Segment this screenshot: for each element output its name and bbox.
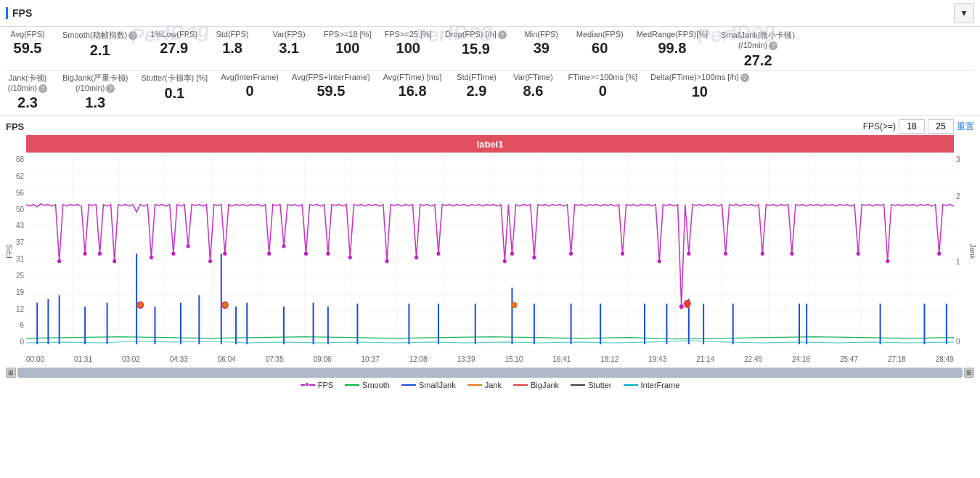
- stat-label: Jank(卡顿)(/10min)?: [8, 73, 47, 94]
- help-icon[interactable]: ?: [740, 73, 749, 82]
- stat-label: Avg(FPS): [10, 30, 44, 39]
- fps-input-25[interactable]: [928, 119, 954, 134]
- stat-value: 2.3: [17, 94, 38, 111]
- svg-point-84: [348, 256, 352, 259]
- stat-value: 59.5: [317, 83, 345, 100]
- fps-label: FPS(>=): [863, 121, 896, 131]
- scrollbar-track[interactable]: [17, 368, 963, 378]
- legend-bigjank: BigJank: [513, 381, 559, 389]
- svg-point-87: [436, 252, 440, 256]
- scroll-left-icon: ⊞: [8, 369, 14, 376]
- svg-point-86: [415, 256, 418, 259]
- stat-avg-fps-interframe: Avg(FPS+InterFrame) 59.5: [292, 73, 370, 100]
- stat-label: Median(FPS): [576, 30, 624, 39]
- legend-smooth: Smooth: [345, 381, 390, 389]
- stat-value: 100: [335, 40, 359, 57]
- stat-value: 10: [692, 84, 708, 100]
- stat-value: 99.8: [658, 40, 686, 57]
- legend-stutter: Stutter: [571, 381, 611, 389]
- label1-text: label1: [477, 139, 504, 150]
- legend-smalljank-line: [401, 384, 416, 386]
- legend-interframe-line: [624, 384, 638, 386]
- svg-point-76: [171, 252, 175, 256]
- svg-point-101: [937, 252, 941, 256]
- stat-label: SmallJank(微小卡顿)(/10min)?: [721, 30, 795, 51]
- stat-label: FPS>=18 [%]: [324, 30, 371, 39]
- stat-avg-fps: Avg(FPS) 59.5: [6, 30, 49, 57]
- stat-value: 3.1: [279, 40, 299, 57]
- svg-point-66: [511, 302, 517, 308]
- x-axis: 00:00 01:31 03:02 04:33 06:04 07:35 09:0…: [26, 355, 954, 363]
- legend-fps: FPS: [301, 381, 333, 389]
- stat-ftime100: FTime>=100ms [%] 0: [568, 73, 637, 100]
- svg-point-82: [304, 252, 308, 256]
- stat-label: Var(FPS): [273, 30, 306, 39]
- svg-point-70: [684, 300, 691, 307]
- stat-value: 16.8: [399, 83, 427, 100]
- svg-point-80: [267, 252, 271, 256]
- stat-label: 1%Low(FPS): [150, 30, 197, 39]
- svg-point-73: [98, 252, 102, 256]
- svg-point-91: [569, 252, 573, 256]
- stat-value: 100: [396, 40, 420, 57]
- legend-fps-label: FPS: [318, 381, 333, 389]
- stat-label: Stutter(卡顿率) [%]: [141, 73, 208, 84]
- stat-label: FTime>=100ms [%]: [568, 73, 637, 81]
- stat-median-fps: Median(FPS) 60: [576, 30, 624, 57]
- stat-value: 0: [246, 83, 254, 100]
- svg-point-95: [687, 252, 690, 256]
- stat-jank: Jank(卡顿)(/10min)? 2.3: [6, 73, 49, 112]
- stat-value: 1.3: [85, 94, 105, 111]
- stat-var-fps: Var(FPS) 3.1: [267, 30, 311, 57]
- help-icon[interactable]: ?: [106, 84, 115, 93]
- scrollbar-thumb[interactable]: [17, 368, 963, 378]
- help-icon[interactable]: ?: [38, 84, 47, 93]
- legend-interframe: InterFrame: [624, 381, 680, 389]
- svg-point-90: [532, 256, 536, 259]
- stat-label: Std(FTime): [457, 73, 497, 81]
- fps-controls: FPS(>=) 重置: [863, 119, 974, 134]
- stat-bigjank: BigJank(严重卡顿)(/10min)? 1.3: [62, 73, 128, 112]
- svg-point-81: [282, 244, 285, 248]
- stat-label: Delta(FTime)>100ms [/h]?: [650, 73, 749, 82]
- legend-jank: Jank: [467, 381, 502, 389]
- fps-input-18[interactable]: [899, 119, 925, 134]
- section-divider: [0, 116, 980, 116]
- stat-avg-interframe: Avg(InterFrame) 0: [221, 73, 279, 100]
- legend-stutter-label: Stutter: [588, 381, 611, 389]
- stat-label: Avg(FPS+InterFrame): [292, 73, 370, 81]
- legend-smalljank: SmallJank: [401, 381, 456, 389]
- reset-button[interactable]: 重置: [957, 121, 974, 133]
- svg-point-71: [57, 259, 61, 263]
- stat-label: BigJank(严重卡顿)(/10min)?: [62, 73, 128, 94]
- legend-bigjank-label: BigJank: [531, 381, 559, 389]
- svg-point-79: [223, 252, 226, 256]
- stat-fps18: FPS>=18 [%] 100: [324, 30, 371, 57]
- legend-stutter-line: [571, 384, 585, 386]
- svg-point-99: [857, 252, 860, 256]
- svg-point-100: [886, 259, 889, 263]
- svg-point-94: [679, 304, 684, 309]
- chart-area: label1 68 62 56 50 43 37 31 25 19 12 6 0…: [6, 135, 974, 368]
- legend-interframe-label: InterFrame: [641, 381, 680, 389]
- stat-label: Avg(FTime) [ms]: [383, 73, 442, 81]
- help-icon[interactable]: ?: [128, 31, 137, 40]
- stat-value: 8.6: [523, 83, 544, 100]
- y-axis-right-label: Jank: [968, 244, 976, 259]
- help-icon[interactable]: ?: [498, 31, 507, 39]
- scrollbar-right-end[interactable]: ⊞: [964, 368, 974, 378]
- stat-value: 0: [599, 83, 607, 100]
- dropdown-button[interactable]: ▼: [954, 3, 974, 23]
- chevron-down-icon: ▼: [960, 8, 968, 18]
- svg-point-96: [724, 252, 727, 256]
- stat-label: Var(FTime): [513, 73, 552, 81]
- svg-point-72: [83, 252, 87, 256]
- stat-label: Min(FPS): [525, 30, 558, 39]
- stat-var-ftime: Var(FTime) 8.6: [511, 73, 555, 100]
- scrollbar-left-end[interactable]: ⊞: [6, 368, 16, 378]
- svg-point-78: [208, 259, 212, 263]
- svg-point-93: [658, 259, 661, 263]
- stat-std-ftime: Std(FTime) 2.9: [454, 73, 498, 100]
- help-icon[interactable]: ?: [769, 41, 777, 50]
- stat-value: 27.2: [744, 52, 772, 69]
